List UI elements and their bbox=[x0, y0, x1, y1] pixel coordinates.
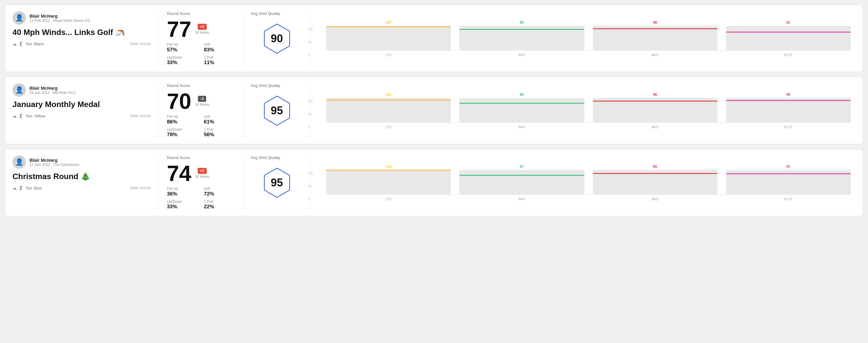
holes-label: 18 Holes bbox=[195, 175, 209, 179]
avatar-icon: 👤 bbox=[15, 158, 23, 166]
cloud-icon: ☁ bbox=[12, 186, 17, 190]
bar-value: 107 bbox=[385, 20, 392, 25]
round-card: 👤 Blair McHarg 29 Jan 2022 · Mill Ride G… bbox=[5, 77, 863, 144]
gir-value: 83% bbox=[204, 47, 235, 53]
tee-label: Tee: Black bbox=[26, 42, 44, 46]
hexagon: 95 bbox=[260, 94, 294, 127]
round-score-label: Round Score bbox=[167, 83, 235, 88]
updown-stat: Up/Down 78% bbox=[167, 127, 198, 138]
chart-axis-label: ARG bbox=[652, 125, 659, 129]
bar-value: 87 bbox=[520, 164, 524, 169]
player-date: 27 Dec 2021 · The Oxfordshire bbox=[30, 163, 79, 167]
bar-line bbox=[459, 103, 584, 104]
fw-hit-label: FW Hit bbox=[167, 115, 198, 119]
quality-section: Avg Shot Quality 95 bbox=[244, 155, 310, 210]
score-big: 77 bbox=[167, 18, 191, 40]
updown-stat: Up/Down 33% bbox=[167, 55, 198, 66]
middle-section: Round Score 74 +2 18 Holes FW Hit 36% GI… bbox=[158, 155, 244, 210]
fw-hit-label: FW Hit bbox=[167, 187, 198, 191]
data-source: Data: Arccos bbox=[130, 42, 151, 46]
updown-label: Up/Down bbox=[167, 55, 198, 60]
player-name: Blair McHarg bbox=[30, 86, 76, 91]
axis-line bbox=[326, 123, 851, 123]
bar-fill bbox=[459, 103, 584, 122]
bar-line bbox=[326, 26, 451, 27]
fw-hit-value: 57% bbox=[167, 47, 198, 53]
score-diff-badge: +5 bbox=[197, 24, 207, 30]
tee-row: ☁ 🏌 Tee: Yellow Data: Arccos bbox=[12, 114, 151, 118]
putt-stat: 1 Putt 56% bbox=[204, 127, 235, 138]
tee-row: ☁ 🏌 Tee: Black Data: Arccos bbox=[12, 41, 151, 46]
chart-outer: 100 50 0 110 OTT bbox=[316, 164, 851, 201]
player-name: Blair McHarg bbox=[30, 13, 90, 19]
score-big: 70 bbox=[167, 90, 191, 112]
bar-line bbox=[326, 170, 451, 170]
axis-line bbox=[326, 51, 851, 51]
chart-axis-label: OTT bbox=[385, 197, 392, 201]
quality-label: Avg Shot Quality bbox=[251, 11, 280, 16]
hexagon-container: 90 bbox=[251, 22, 303, 55]
bar-value: 93 bbox=[786, 164, 790, 169]
chart-section: 100 50 0 110 OTT bbox=[310, 155, 856, 210]
chart-col-app: 86 APP bbox=[459, 98, 584, 129]
tee-info: ☁ 🏌 Tee: Blue bbox=[12, 186, 42, 190]
player-details: Blair McHarg 27 Dec 2021 · The Oxfordshi… bbox=[30, 157, 79, 167]
chart-outer: 100 50 0 101 OTT bbox=[316, 92, 851, 129]
y-axis: 100 50 0 bbox=[308, 92, 313, 129]
tee-label: Tee: Blue bbox=[26, 186, 42, 190]
score-badge: +5 18 Holes bbox=[195, 24, 209, 35]
bar-line bbox=[593, 28, 717, 29]
round-title: Christmas Round 🎄 bbox=[12, 172, 151, 181]
gir-stat: GIR 61% bbox=[204, 115, 235, 125]
bar-value: 110 bbox=[385, 164, 392, 169]
chart-col-arg: 98 ARG bbox=[593, 26, 717, 57]
chart-axis-label: APP bbox=[518, 197, 525, 201]
player-date: 12 Feb 2022 · Royal North Devon GC bbox=[30, 19, 90, 23]
cloud-icon: ☁ bbox=[12, 41, 17, 46]
putt-value: 11% bbox=[204, 60, 235, 66]
bar-chart: 101 OTT 86 APP 96 bbox=[326, 92, 851, 129]
chart-axis-label: OTT bbox=[385, 125, 392, 129]
chart-axis-label: ARG bbox=[652, 197, 659, 201]
player-name: Blair McHarg bbox=[30, 157, 79, 163]
quality-label: Avg Shot Quality bbox=[251, 83, 280, 88]
chart-col-arg: 96 ARG bbox=[593, 98, 717, 129]
fw-hit-stat: FW Hit 57% bbox=[167, 42, 198, 53]
bar-line bbox=[326, 100, 451, 101]
chart-col-ott: 110 OTT bbox=[326, 170, 451, 201]
tee-info: ☁ 🏌 Tee: Yellow bbox=[12, 114, 45, 118]
chart-col-ott: 107 OTT bbox=[326, 26, 451, 57]
avatar: 👤 bbox=[12, 83, 26, 97]
score-badge: -2 18 Holes bbox=[195, 96, 209, 107]
score-diff-badge: +2 bbox=[197, 168, 207, 174]
left-section: 👤 Blair McHarg 12 Feb 2022 · Royal North… bbox=[12, 11, 158, 66]
putt-value: 22% bbox=[204, 204, 235, 210]
player-info: 👤 Blair McHarg 29 Jan 2022 · Mill Ride G… bbox=[12, 83, 151, 97]
avatar: 👤 bbox=[12, 155, 26, 169]
bar-fill bbox=[726, 32, 851, 50]
quality-score: 95 bbox=[271, 104, 283, 117]
bar-fill bbox=[326, 100, 451, 122]
quality-score: 90 bbox=[271, 32, 283, 45]
tee-row: ☁ 🏌 Tee: Blue Data: Arccos bbox=[12, 186, 151, 190]
putt-stat: 1 Putt 11% bbox=[204, 55, 235, 66]
fw-hit-label: FW Hit bbox=[167, 42, 198, 47]
data-source: Data: Arccos bbox=[130, 186, 151, 190]
bar-value: 82 bbox=[786, 20, 790, 25]
y-axis: 100 50 0 bbox=[308, 20, 313, 57]
bag-icon: 🏌 bbox=[19, 186, 24, 190]
y-axis: 100 50 0 bbox=[308, 164, 313, 201]
chart-col-putt: 82 PUTT bbox=[726, 26, 851, 57]
chart-col-putt: 93 PUTT bbox=[726, 170, 851, 201]
updown-label: Up/Down bbox=[167, 199, 198, 204]
round-title: 40 Mph Winds... Links Golf 🪃 bbox=[12, 28, 151, 37]
gir-value: 72% bbox=[204, 191, 235, 197]
updown-value: 78% bbox=[167, 132, 198, 138]
putt-label: 1 Putt bbox=[204, 199, 235, 204]
hexagon-container: 95 bbox=[251, 166, 303, 199]
player-details: Blair McHarg 29 Jan 2022 · Mill Ride GCC bbox=[30, 86, 76, 95]
left-section: 👤 Blair McHarg 29 Jan 2022 · Mill Ride G… bbox=[12, 83, 158, 138]
bar-fill bbox=[459, 175, 584, 194]
quality-label: Avg Shot Quality bbox=[251, 155, 280, 160]
updown-value: 33% bbox=[167, 60, 198, 66]
